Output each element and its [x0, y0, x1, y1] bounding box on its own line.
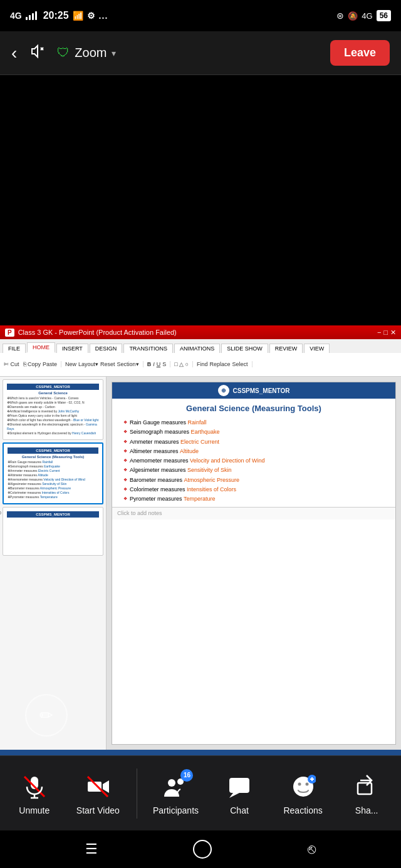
battery-level: 56: [377, 10, 391, 21]
black-area-top: [0, 75, 401, 325]
tab-slideshow[interactable]: SLIDE SHOW: [221, 344, 268, 353]
svg-point-14: [298, 782, 301, 785]
ppt-main-slide-area: ⊕ CSSPMS_MENTOR General Science (Measuri…: [107, 377, 401, 750]
pencil-icon: ✏: [39, 706, 53, 725]
nav-start-video[interactable]: Start Video: [73, 772, 123, 815]
status-bar: 4G 20:25 📶 ⚙ ... ⊛ 🔕 4G 56: [0, 0, 401, 31]
bluetooth-icon: ⊛: [336, 11, 344, 21]
zoom-branding: 🛡 Zoom ▾: [57, 46, 116, 60]
lte-label: 4G: [362, 11, 372, 21]
svg-point-15: [305, 782, 308, 785]
chat-icon: [224, 772, 254, 802]
microphone-muted-icon: [19, 772, 49, 802]
nav-reactions[interactable]: Reactions: [278, 772, 328, 815]
signal-label: 4G: [10, 11, 22, 21]
nav-divider: [137, 768, 137, 819]
ppt-ribbon: FILE HOME INSERT DESIGN TRANSITIONS ANIM…: [0, 339, 401, 377]
slide-number-10: 10: [0, 510, 1, 516]
gear-icon: ⚙: [87, 11, 95, 21]
status-right: ⊛ 🔕 4G 56: [336, 10, 391, 21]
ppt-titlebar: P Class 3 GK - PowerPoint (Product Activ…: [0, 325, 401, 339]
chat-label: Chat: [230, 805, 249, 815]
slide-main-bullets: Rain Gauge measures Rainfall Seismograph…: [112, 416, 395, 507]
slide-9-bullets: ❖Rain Gauge measures Rainfall ❖Seismogra…: [8, 460, 98, 499]
video-muted-icon: [83, 772, 113, 802]
tab-design[interactable]: DESIGN: [90, 344, 123, 353]
reactions-label: Reactions: [283, 805, 322, 815]
nav-participants[interactable]: 16 Participants: [150, 772, 200, 815]
tab-home[interactable]: HOME: [27, 342, 55, 353]
tab-view[interactable]: VIEW: [304, 344, 330, 353]
slide-main-title: General Science (Measuring Tools): [112, 399, 395, 416]
status-left: 4G 20:25 📶 ⚙ ...: [10, 10, 108, 21]
ppt-tab-bar: FILE HOME INSERT DESIGN TRANSITIONS ANIM…: [0, 339, 401, 353]
leave-button[interactable]: Leave: [330, 40, 390, 66]
editing-group: FindReplaceSelect: [197, 361, 253, 367]
ppt-window: P Class 3 GK - PowerPoint (Product Activ…: [0, 325, 401, 763]
slides-panel: 8 CSSPMS_MENTOR General Science ❖Which l…: [0, 377, 107, 750]
unmute-label: Unmute: [19, 805, 49, 815]
slide-thumb-10[interactable]: 10 CSSPMS_MENTOR: [3, 507, 103, 556]
svg-marker-7: [103, 780, 109, 793]
share-icon: [352, 772, 382, 802]
font-group: BIUS: [147, 361, 171, 367]
nav-chat[interactable]: Chat: [214, 772, 264, 815]
main-slide-content: ⊕ CSSPMS_MENTOR General Science (Measuri…: [112, 382, 396, 745]
ppt-toolbar: ✄ Cut ⎘ Copy Paste NewLayout▾ ResetSecti…: [0, 353, 401, 376]
tab-review[interactable]: REVIEW: [269, 344, 303, 353]
svg-point-9: [168, 779, 175, 787]
ppt-body: 8 CSSPMS_MENTOR General Science ❖Which l…: [0, 377, 401, 750]
slides-group: NewLayout▾ ResetSection▾: [65, 361, 143, 367]
slide-10-inner: CSSPMS_MENTOR: [5, 509, 101, 553]
participants-badge: 16: [180, 769, 193, 782]
slide-thumb-8[interactable]: 8 CSSPMS_MENTOR General Science ❖Which l…: [3, 379, 103, 440]
tab-animations[interactable]: ANIMATIONS: [174, 344, 220, 353]
slide-header-band: ⊕ CSSPMS_MENTOR: [112, 382, 395, 399]
svg-rect-19: [358, 783, 372, 794]
tab-transitions[interactable]: TRANSITIONS: [123, 344, 173, 353]
edit-fab-button[interactable]: ✏: [25, 694, 68, 737]
slide-notes-bar: Click to add notes: [112, 507, 395, 519]
drawing-group: □ △ ○: [174, 361, 193, 367]
reactions-icon: [288, 772, 318, 802]
slide-mentor-name: CSSPMS_MENTOR: [233, 387, 290, 394]
shield-icon: 🛡: [57, 46, 70, 60]
top-bar: ‹ 🛡 Zoom ▾ Leave: [0, 31, 401, 75]
chevron-down-icon: ▾: [112, 48, 116, 58]
tab-file[interactable]: FILE: [3, 344, 26, 353]
slide-8-mentor: CSSPMS_MENTOR: [7, 384, 99, 390]
top-bar-left: ‹ 🛡 Zoom ▾: [11, 43, 116, 64]
nav-share[interactable]: Sha...: [341, 772, 392, 815]
tab-insert[interactable]: INSERT: [56, 344, 88, 353]
notes-placeholder: Click to add notes: [117, 510, 162, 516]
back-nav-button[interactable]: ⎋: [308, 841, 316, 857]
ppt-window-controls: −□✕: [377, 329, 396, 337]
participants-label: Participants: [153, 805, 199, 815]
ppt-title: Class 3 GK - PowerPoint (Product Activat…: [18, 329, 177, 336]
slide-8-title: General Science: [7, 391, 99, 395]
svg-rect-11: [229, 778, 249, 793]
svg-marker-12: [229, 793, 239, 798]
slide-8-inner: CSSPMS_MENTOR General Science ❖Which len…: [5, 382, 101, 437]
zoom-text: Zoom: [75, 46, 107, 60]
audio-button[interactable]: [28, 43, 46, 64]
slide-9-inner: CSSPMS_MENTOR General Science (Measuring…: [6, 446, 100, 501]
menu-button[interactable]: ☰: [85, 841, 98, 857]
slide-9-mentor: CSSPMS_MENTOR: [8, 447, 98, 454]
more-icon: ...: [99, 11, 108, 21]
start-video-label: Start Video: [76, 805, 120, 815]
nav-unmute[interactable]: Unmute: [9, 772, 60, 815]
signal-bars: [26, 11, 37, 20]
slide-header-icon: ⊕: [218, 385, 229, 396]
slide-8-bullets: ❖Which lens is used in Vehicles - Camera…: [7, 396, 99, 436]
share-label: Sha...: [355, 805, 378, 815]
home-indicator: ☰ ⎋: [0, 830, 401, 868]
back-button[interactable]: ‹: [11, 44, 17, 62]
slide-9-title: General Science (Measuring Tools): [8, 455, 98, 459]
slide-thumb-9[interactable]: 9 CSSPMS_MENTOR General Science (Measuri…: [3, 442, 103, 504]
time: 20:25: [43, 10, 69, 21]
home-button[interactable]: [193, 840, 212, 859]
no-sound-icon: 🔕: [348, 11, 358, 21]
bottom-nav-bar: Unmute Start Video 16 Participants: [0, 755, 401, 830]
slide-10-mentor: CSSPMS_MENTOR: [7, 511, 99, 518]
